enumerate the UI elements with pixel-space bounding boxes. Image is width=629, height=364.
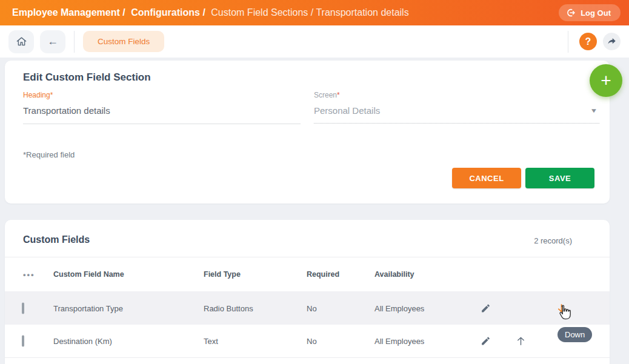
table-header-row: ••• Custom Field Name Field Type Require…: [5, 257, 610, 291]
custom-fields-chip[interactable]: Custom Fields: [83, 31, 164, 52]
cell-field-type: Radio Buttons: [204, 303, 253, 313]
edit-pencil-icon[interactable]: [481, 336, 491, 346]
edit-section-card: Edit Custom Field Section Heading* Scree…: [5, 61, 610, 204]
cancel-button[interactable]: CANCEL: [452, 168, 521, 188]
heading-required-mark: *: [50, 91, 53, 99]
column-header-name: Custom Field Name: [53, 270, 124, 279]
logout-icon: [566, 8, 576, 18]
add-section-fab[interactable]: +: [590, 64, 622, 97]
custom-fields-table: ••• Custom Field Name Field Type Require…: [5, 257, 610, 358]
logout-label: Log Out: [581, 8, 611, 18]
table-row: Destination (Km) Text No All Employees: [5, 325, 610, 358]
toolbar-divider-left: [74, 31, 75, 53]
table-row: Transportation Type Radio Buttons No All…: [5, 291, 610, 325]
share-arrow-icon: [607, 36, 617, 47]
down-tooltip: Down: [557, 327, 592, 342]
row-checkbox[interactable]: [22, 336, 24, 347]
row-checkbox[interactable]: [22, 302, 24, 314]
logout-button[interactable]: Log Out: [559, 4, 621, 21]
move-up-arrow-icon[interactable]: [515, 336, 527, 347]
heading-label: Heading*: [23, 91, 301, 99]
heading-input[interactable]: [23, 105, 301, 116]
column-header-required: Required: [307, 270, 339, 279]
screen-field: Screen* Personal Details ▼: [314, 91, 599, 124]
column-header-availability: Availability: [374, 270, 414, 279]
heading-field: Heading*: [23, 91, 301, 124]
screen-select-value: Personal Details: [314, 105, 591, 116]
home-button[interactable]: [8, 30, 34, 53]
required-field-note: *Required field: [23, 150, 75, 159]
cell-field-name: Transportation Type: [53, 303, 123, 313]
move-down-arrow-icon[interactable]: [556, 302, 567, 314]
back-button[interactable]: ←: [40, 30, 65, 53]
cell-availability: All Employees: [374, 337, 424, 346]
chevron-down-icon: ▼: [590, 107, 598, 114]
help-button[interactable]: ?: [579, 33, 597, 50]
screen-required-mark: *: [337, 91, 340, 99]
edit-pencil-icon[interactable]: [481, 303, 491, 313]
breadcrumb: Employee Management / Configurations / C…: [12, 7, 409, 18]
save-button[interactable]: SAVE: [525, 168, 594, 188]
screen-select[interactable]: Personal Details ▼: [314, 105, 599, 124]
record-count: 2 record(s): [534, 236, 572, 245]
back-arrow-icon: ←: [47, 35, 58, 48]
cell-field-type: Text: [204, 337, 218, 346]
cell-required: No: [307, 303, 317, 313]
edit-section-title: Edit Custom Field Section: [23, 71, 151, 84]
app-header: Employee Management / Configurations / C…: [0, 0, 629, 25]
column-header-type: Field Type: [204, 270, 241, 279]
toolbar-divider-right: [568, 31, 568, 53]
secondary-toolbar: ← Custom Fields ?: [0, 25, 629, 58]
heading-label-text: Heading: [23, 91, 50, 99]
custom-fields-card: Custom Fields 2 record(s) ••• Custom Fie…: [5, 220, 610, 364]
column-menu-icon[interactable]: •••: [23, 270, 35, 279]
home-icon: [16, 36, 27, 47]
breadcrumb-employee-management[interactable]: Employee Management /: [12, 7, 125, 18]
share-button[interactable]: [603, 33, 621, 50]
breadcrumb-configurations[interactable]: Configurations /: [131, 7, 205, 18]
breadcrumb-current-page: Custom Field Sections / Transportation d…: [211, 7, 408, 18]
cell-required: No: [307, 337, 317, 346]
cell-field-name: Destination (Km): [53, 337, 112, 346]
screen-label-text: Screen: [314, 91, 337, 99]
screen-label: Screen*: [314, 91, 599, 99]
cell-availability: All Employees: [374, 303, 424, 313]
custom-fields-title: Custom Fields: [23, 234, 90, 245]
